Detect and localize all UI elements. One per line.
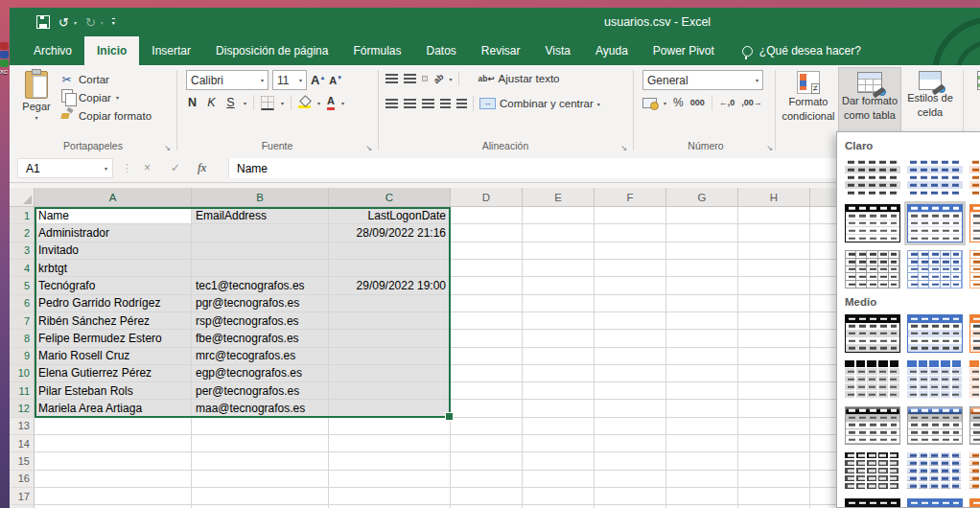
cell[interactable] (666, 382, 738, 400)
cell[interactable] (666, 365, 738, 382)
cell[interactable] (738, 312, 810, 330)
cell[interactable] (738, 277, 810, 294)
table-style-thumbnail-mseg-orange[interactable] (969, 360, 980, 399)
cell[interactable] (595, 277, 666, 294)
cell[interactable] (523, 382, 595, 400)
table-style-thumbnail-mglossy-orange[interactable] (969, 406, 980, 445)
font-color-icon[interactable]: A (327, 96, 335, 110)
cell[interactable] (738, 260, 810, 277)
cell[interactable] (451, 242, 523, 260)
cell[interactable] (329, 242, 451, 260)
column-header-D[interactable]: D (451, 188, 523, 207)
cell[interactable] (451, 224, 523, 242)
row-header[interactable]: 6 (10, 295, 35, 312)
cell[interactable] (523, 488, 595, 505)
paste-button[interactable]: Pegar ▾ (15, 67, 58, 122)
redo-caret-icon[interactable]: ▾ (101, 19, 104, 26)
cell[interactable] (738, 435, 810, 452)
cell[interactable] (192, 435, 329, 452)
insert-cells-button-partial[interactable]: Ins (967, 67, 980, 104)
cell[interactable] (666, 435, 738, 452)
number-dialog-launcher-icon[interactable]: ↘ (766, 144, 773, 152)
cell[interactable] (192, 224, 329, 242)
cell[interactable] (329, 312, 451, 330)
cell[interactable] (666, 348, 738, 365)
cell[interactable] (523, 471, 595, 488)
fill-color-icon[interactable] (298, 97, 311, 108)
merge-center-button[interactable]: ↔ Combinar y centrar ▾ (479, 98, 600, 109)
font-color-caret-icon[interactable]: ▾ (341, 100, 344, 106)
cell[interactable] (329, 452, 451, 470)
table-style-thumbnail-mseg-blue[interactable] (907, 360, 963, 399)
cell[interactable] (595, 348, 666, 365)
cell[interactable] (595, 435, 666, 452)
cell[interactable] (451, 260, 523, 277)
row-header[interactable]: 14 (10, 435, 35, 452)
customize-quick-access-icon[interactable]: ▾ (112, 18, 115, 26)
row-header[interactable]: 9 (10, 348, 35, 365)
cell[interactable] (451, 207, 523, 224)
cell[interactable] (329, 295, 451, 312)
cell[interactable] (595, 400, 666, 417)
cell[interactable] (738, 365, 810, 382)
name-box[interactable]: A1 ▾ (17, 158, 113, 178)
borders-caret-icon[interactable]: ▾ (281, 100, 284, 106)
cell[interactable]: 29/09/2022 19:00 (329, 277, 451, 294)
cell[interactable] (523, 207, 595, 224)
cell[interactable] (738, 488, 810, 505)
cell[interactable] (35, 488, 192, 505)
row-header[interactable]: 16 (10, 471, 35, 488)
column-header-G[interactable]: G (666, 188, 738, 207)
cell[interactable] (523, 330, 595, 347)
table-style-thumbnail-mcells-gray[interactable] (845, 452, 900, 491)
row-header[interactable]: 4 (10, 260, 35, 277)
cell[interactable] (523, 435, 595, 452)
tab-disposici-n-de-p-gina[interactable]: Disposición de página (203, 36, 340, 65)
cell[interactable] (192, 452, 329, 470)
table-style-thumbnail-msolid-blue[interactable] (907, 498, 963, 508)
decrease-indent-icon[interactable] (440, 99, 451, 108)
row-header[interactable]: 5 (10, 277, 35, 294)
clipboard-dialog-launcher-icon[interactable]: ↘ (164, 144, 171, 152)
orientation-icon[interactable]: ab (432, 72, 445, 85)
table-style-thumbnail-darkhead-gray[interactable] (845, 204, 900, 242)
desktop-icon-blue[interactable] (0, 51, 9, 58)
column-header-C[interactable]: C (329, 188, 451, 207)
cell[interactable] (595, 382, 666, 400)
underline-caret-icon[interactable]: ▾ (244, 100, 246, 106)
cell[interactable] (523, 400, 595, 417)
select-all-corner[interactable] (10, 188, 35, 207)
cell[interactable] (192, 242, 329, 260)
cell[interactable]: fbe@tecnografos.es (192, 330, 329, 347)
save-icon[interactable] (36, 15, 50, 29)
borders-icon[interactable] (261, 96, 274, 110)
row-header[interactable]: 7 (10, 312, 35, 330)
cell[interactable] (329, 471, 451, 488)
redo-button[interactable]: ↻ (85, 16, 96, 29)
table-style-thumbnail-msolid-orange[interactable] (969, 498, 980, 508)
table-style-thumbnail-mcells-blue[interactable] (907, 452, 963, 491)
insert-function-button[interactable]: fx (198, 160, 206, 175)
cell[interactable] (523, 260, 595, 277)
format-painter-button[interactable]: Copiar formato (59, 106, 152, 125)
cell[interactable] (35, 435, 192, 452)
cell[interactable] (666, 312, 738, 330)
tab-ayuda[interactable]: Ayuda (583, 36, 641, 65)
cell[interactable] (329, 382, 451, 400)
number-format-select[interactable]: General ▾ (642, 70, 763, 90)
cell[interactable] (523, 452, 595, 470)
table-style-thumbnail-msolid-orange[interactable] (969, 314, 980, 353)
font-family-select[interactable]: Calibri ▾ (186, 70, 268, 90)
cell[interactable]: Pilar Esteban Rols (35, 382, 192, 400)
table-style-thumbnail-darkhead-blue[interactable] (907, 204, 963, 242)
cell[interactable] (451, 295, 523, 312)
cell[interactable] (666, 295, 738, 312)
align-bottom-button-selected[interactable] (422, 76, 428, 81)
cell[interactable] (738, 400, 810, 417)
row-header[interactable]: 10 (10, 365, 35, 382)
table-style-thumbnail-mseg-gray[interactable] (845, 360, 900, 399)
orientation-caret-icon[interactable]: ▾ (450, 76, 453, 82)
cell[interactable]: pgr@tecnografos.es (192, 295, 329, 312)
cell[interactable] (666, 242, 738, 260)
row-header[interactable]: 2 (10, 224, 35, 242)
